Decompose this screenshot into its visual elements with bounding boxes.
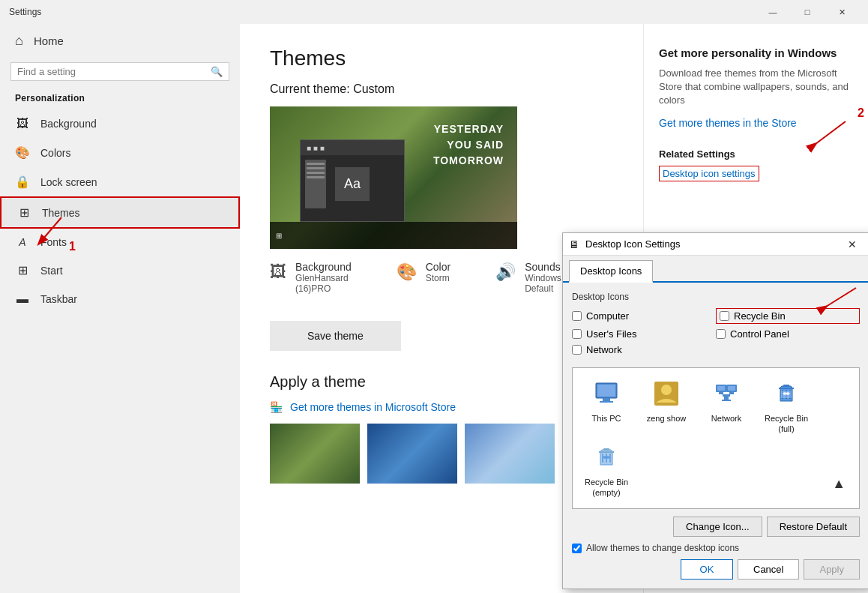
background-info-value: GlenHansard (16)PRO: [295, 273, 352, 294]
preview-window-label: ■ ■ ■: [307, 144, 325, 152]
store-link-icon: 🏪: [270, 401, 283, 413]
checkbox-network[interactable]: Network: [572, 344, 716, 355]
sidebar-item-themes[interactable]: ⊞ Themes 1: [0, 196, 240, 229]
close-button[interactable]: ✕: [825, 0, 859, 24]
start-icon: ⊞: [15, 263, 30, 277]
svg-rect-6: [600, 401, 613, 403]
sidebar-item-lock-screen[interactable]: 🔒 Lock screen: [0, 167, 240, 196]
checkbox-control-panel-label: Control Panel: [730, 328, 789, 340]
theme-info-background[interactable]: 🖼 Background GlenHansard (16)PRO: [270, 261, 352, 306]
dialog-close-button[interactable]: ✕: [842, 234, 863, 255]
checkbox-users-files[interactable]: User's Files: [572, 328, 716, 340]
dialog-ok-button[interactable]: OK: [681, 559, 733, 580]
sidebar-label-colors: Colors: [40, 147, 70, 159]
sidebar-label-start: Start: [40, 265, 63, 277]
theme-thumb-2[interactable]: [367, 424, 457, 484]
checkbox-computer-label: Computer: [586, 310, 629, 322]
theme-info-sounds[interactable]: 🔊 Sounds Windows Default: [495, 261, 561, 306]
taskbar-icon: ▬: [15, 292, 30, 306]
colors-icon: 🎨: [15, 145, 30, 160]
checkbox-computer[interactable]: Computer: [572, 308, 716, 324]
checkbox-computer-input[interactable]: [572, 311, 582, 321]
sidebar-label-lock: Lock screen: [40, 176, 97, 188]
dialog-apply-button[interactable]: Apply: [804, 559, 860, 580]
theme-preview-text: YESTERDAY YOU SAID TOMORROW: [433, 121, 504, 169]
checkbox-recycle-bin-input[interactable]: [720, 311, 729, 321]
theme-preview-taskbar: ⊞: [270, 222, 517, 249]
search-input[interactable]: [17, 66, 211, 77]
icon-item-this-pc[interactable]: This PC: [580, 379, 633, 435]
home-icon: ⌂: [15, 33, 23, 49]
theme-info-color[interactable]: 🎨 Color Storm: [397, 261, 450, 306]
sidebar-label-themes: Themes: [42, 207, 80, 219]
icon-item-zeng-show[interactable]: zeng show: [640, 379, 693, 435]
save-theme-button[interactable]: Save theme: [270, 321, 401, 351]
window-controls: — □ ✕: [756, 0, 859, 24]
icon-item-recycle-empty[interactable]: Recycle Bin(empty): [580, 442, 633, 499]
preview-window-title: ■ ■ ■: [301, 140, 404, 155]
svg-rect-10: [717, 386, 725, 391]
desktop-icon-settings-dialog: 🖥 Desktop Icon Settings ✕ Desktop Icons …: [562, 232, 868, 589]
icon-item-network[interactable]: Network: [700, 379, 753, 435]
checkbox-network-label: Network: [586, 344, 622, 355]
sidebar-item-taskbar[interactable]: ▬ Taskbar: [0, 285, 240, 313]
sidebar-item-colors[interactable]: 🎨 Colors: [0, 138, 240, 167]
desktop-icon-settings-link[interactable]: Desktop icon settings: [659, 166, 759, 181]
desktop-icons-checkboxes: Computer Recycle Bin User's Files Contro…: [572, 308, 860, 360]
right-panel-desc: Download free themes from the Microsoft …: [659, 67, 853, 108]
svg-rect-5: [603, 398, 610, 401]
this-pc-label: This PC: [591, 413, 621, 424]
recycle-full-icon: [771, 379, 801, 409]
desktop-icons-section-title: Desktop Icons: [572, 292, 860, 302]
sidebar-item-home[interactable]: ⌂ Home: [0, 24, 240, 58]
svg-line-1: [816, 121, 846, 144]
dialog-tab-desktop-icons[interactable]: Desktop Icons: [569, 260, 653, 283]
recycle-empty-icon: [591, 442, 621, 472]
sidebar-label-taskbar: Taskbar: [40, 293, 77, 305]
fonts-icon: A: [15, 236, 30, 248]
sidebar: ⌂ Home 🔍 Personalization 🖼 Background 🎨 …: [0, 24, 240, 593]
color-info-icon: 🎨: [397, 262, 417, 282]
allow-themes-checkbox[interactable]: [572, 544, 582, 553]
icon-item-recycle-full[interactable]: Recycle Bin(full): [760, 379, 813, 435]
themes-icon: ⊞: [16, 205, 31, 220]
dialog-icon: 🖥: [569, 238, 579, 250]
search-icon: 🔍: [211, 66, 223, 77]
theme-preview: YESTERDAY YOU SAID TOMORROW ■ ■ ■ Aa: [270, 106, 517, 249]
theme-thumb-3[interactable]: [465, 424, 555, 484]
checkbox-users-files-input[interactable]: [572, 329, 582, 339]
checkbox-recycle-bin-label: Recycle Bin: [734, 310, 786, 322]
checkbox-control-panel-input[interactable]: [716, 329, 726, 339]
sidebar-item-background[interactable]: 🖼 Background: [0, 109, 240, 138]
allow-themes-label: Allow themes to change desktop icons: [586, 543, 739, 553]
preview-text-line2: YOU SAID: [433, 137, 504, 153]
sidebar-label-fonts: Fonts: [40, 236, 67, 248]
store-link[interactable]: Get more themes in Microsoft Store: [290, 401, 456, 413]
svg-rect-4: [597, 385, 615, 397]
right-panel-title: Get more personality in Windows: [659, 46, 853, 59]
dialog-change-restore-row: Change Icon... Restore Default: [572, 517, 860, 537]
svg-rect-21: [599, 451, 614, 453]
recycle-full-label: Recycle Bin(full): [765, 413, 808, 435]
minimize-button[interactable]: —: [756, 0, 790, 24]
background-info-icon: 🖼: [270, 262, 286, 282]
change-icon-button[interactable]: Change Icon...: [673, 517, 762, 537]
dialog-ok-cancel-row: OK Cancel Apply: [572, 559, 860, 580]
color-info-value: Storm: [426, 273, 450, 283]
theme-thumb-1[interactable]: [270, 424, 360, 484]
restore-default-button[interactable]: Restore Default: [767, 517, 860, 537]
allow-themes-row: Allow themes to change desktop icons: [572, 543, 860, 553]
maximize-button[interactable]: □: [790, 0, 825, 24]
checkbox-control-panel[interactable]: Control Panel: [716, 328, 860, 340]
zeng-show-icon: [651, 379, 681, 409]
sidebar-item-start[interactable]: ⊞ Start: [0, 256, 240, 285]
svg-rect-13: [728, 386, 735, 391]
svg-rect-17: [722, 400, 731, 401]
network-label: Network: [711, 413, 741, 424]
dialog-cancel-button[interactable]: Cancel: [738, 559, 799, 580]
checkbox-network-input[interactable]: [572, 345, 582, 355]
this-pc-icon: [591, 379, 621, 409]
svg-rect-18: [779, 388, 794, 389]
cursor-indicator: ▲: [832, 476, 846, 492]
sidebar-item-fonts[interactable]: A Fonts: [0, 229, 240, 256]
